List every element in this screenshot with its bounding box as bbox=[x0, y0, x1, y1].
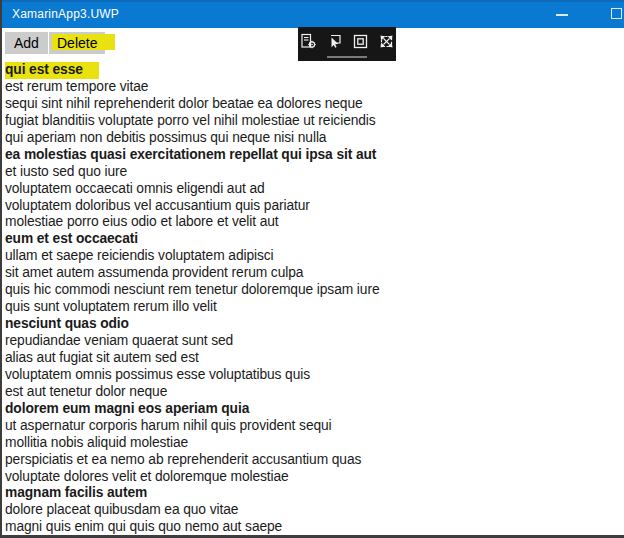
list-item[interactable]: quis sunt voluptatem rerum illo velit bbox=[5, 299, 624, 316]
list-item[interactable]: repudiandae veniam quaerat sunt sed bbox=[5, 333, 624, 350]
list-item-highlight-annotation: qui est esse bbox=[5, 62, 99, 79]
list-item[interactable]: nesciunt quas odio bbox=[5, 316, 624, 333]
list-item[interactable]: quis hic commodi nesciunt rem tenetur do… bbox=[5, 282, 624, 299]
add-button[interactable]: Add bbox=[5, 32, 48, 54]
enable-selection-icon[interactable] bbox=[326, 33, 343, 50]
minimize-icon bbox=[556, 14, 568, 16]
display-layout-adornments-icon[interactable] bbox=[352, 33, 369, 50]
list-item[interactable]: ullam et saepe reiciendis voluptatem adi… bbox=[5, 248, 624, 265]
list-item[interactable]: est rerum tempore vitae bbox=[5, 79, 624, 96]
toolbar-grab-handle[interactable] bbox=[327, 56, 367, 58]
maximize-icon bbox=[611, 8, 622, 19]
list-item[interactable]: et iusto sed quo iure bbox=[5, 164, 624, 181]
list-item[interactable]: voluptate dolores velit et doloremque mo… bbox=[5, 469, 624, 486]
list-item[interactable]: sit amet autem assumenda provident rerum… bbox=[5, 265, 624, 282]
list-item[interactable]: eum et est occaecati bbox=[5, 231, 624, 248]
go-to-live-visual-tree-icon[interactable] bbox=[300, 33, 317, 50]
app-window: XamarinApp3.UWP Add Delete bbox=[0, 0, 624, 538]
title-bar[interactable]: XamarinApp3.UWP bbox=[2, 0, 624, 28]
list-item[interactable]: dolore placeat quibusdam ea quo vitae bbox=[5, 502, 624, 519]
list-item[interactable]: dolorem eum magni eos aperiam quia bbox=[5, 401, 624, 418]
list-item[interactable]: alias aut fugiat sit autem sed est bbox=[5, 350, 624, 367]
maximize-button[interactable] bbox=[602, 2, 624, 28]
list-item[interactable]: qui est esse bbox=[5, 62, 624, 79]
delete-button-label: Delete bbox=[57, 35, 97, 51]
vs-debug-toolbar[interactable] bbox=[298, 27, 396, 61]
delete-button[interactable]: Delete bbox=[49, 32, 105, 54]
post-list: qui est esseest rerum tempore vitaesequi… bbox=[2, 62, 624, 535]
list-item[interactable]: ea molestias quasi exercitationem repell… bbox=[5, 147, 624, 164]
list-item[interactable]: est aut tenetur dolor neque bbox=[5, 384, 624, 401]
track-focused-element-icon[interactable] bbox=[378, 33, 395, 50]
list-item[interactable]: molestiae porro eius odio et labore et v… bbox=[5, 214, 624, 231]
list-item[interactable]: magni quis enim qui quis quo nemo aut sa… bbox=[5, 519, 624, 536]
list-item[interactable]: voluptatem doloribus vel accusantium qui… bbox=[5, 198, 624, 215]
list-item[interactable]: sequi sint nihil reprehenderit dolor bea… bbox=[5, 96, 624, 113]
minimize-button[interactable] bbox=[546, 2, 580, 28]
list-item[interactable]: magnam facilis autem bbox=[5, 485, 624, 502]
list-item[interactable]: qui aperiam non debitis possimus qui neq… bbox=[5, 130, 624, 147]
list-item[interactable]: perspiciatis et ea nemo ab reprehenderit… bbox=[5, 452, 624, 469]
list-item[interactable]: fugiat blanditiis voluptate porro vel ni… bbox=[5, 113, 624, 130]
list-item[interactable]: ut aspernatur corporis harum nihil quis … bbox=[5, 418, 624, 435]
list-item[interactable]: voluptatem omnis possimus esse voluptati… bbox=[5, 367, 624, 384]
window-title: XamarinApp3.UWP bbox=[12, 7, 119, 21]
list-item[interactable]: voluptatem occaecati omnis eligendi aut … bbox=[5, 181, 624, 198]
list-item[interactable]: mollitia nobis aliquid molestiae bbox=[5, 435, 624, 452]
